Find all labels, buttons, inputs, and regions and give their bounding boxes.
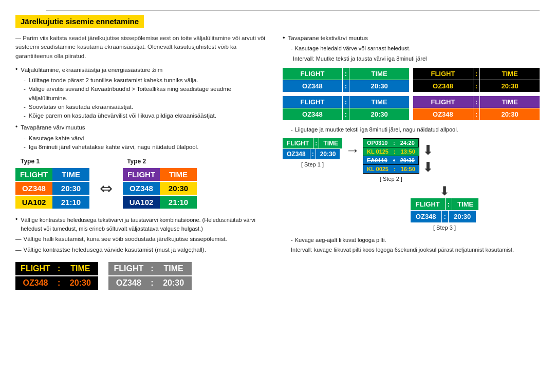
bottom-board-1: FLIGHT : TIME OZ348 : 20:30 <box>15 262 98 290</box>
bottom-boards: FLIGHT : TIME OZ348 : 20:30 FLIGHT : <box>15 262 267 290</box>
step1-container: FLIGHT : TIME OZ348 : 20:30 [ Step 1 ] <box>283 138 342 167</box>
rb2-oz348: OZ348 <box>413 80 473 92</box>
rb4-row2: OZ348 : 20:30 <box>413 108 540 120</box>
sub-item-1-2: Valige arvutis suvandid Kuvaatribuudid >… <box>24 85 267 103</box>
step1-colon2: : <box>310 149 316 159</box>
step3-colon1: : <box>446 198 452 210</box>
warning-text-1: Vältige kontrastse heledusega tekstivärv… <box>21 216 267 233</box>
left-column: — Parim viis kaitsta seadet järelkujutis… <box>15 34 267 290</box>
bottom2-flight: FLIGHT <box>108 262 149 275</box>
rb2-row1: FLIGHT : TIME <box>413 68 540 80</box>
bullet-icon-2: • <box>15 123 17 132</box>
right-board-1: FLIGHT : TIME OZ348 : 20:30 <box>283 68 409 92</box>
rb4-2030: 20:30 <box>480 108 540 120</box>
page-container: Järelkujutie sisemie ennetamine — Parim … <box>0 0 555 300</box>
double-arrow-icon: ⇔ <box>100 179 113 197</box>
bullet-2-sublist: Kasutage kahte värvi Iga 8minuti järel v… <box>24 134 267 152</box>
rb4-colon2: : <box>473 108 479 120</box>
final-note-detail: Intervall: kuvage liikuvat pilti koos lo… <box>291 246 540 254</box>
step2-double-arrows: ⬇ ⬇ <box>422 138 434 175</box>
bottom2-oz348: OZ348 <box>108 276 149 290</box>
type2-board: FLIGHT TIME OZ348 20:30 UA102 21:10 <box>123 168 197 209</box>
step2-scroll-row1: OP0310 : 24:20 <box>363 139 419 147</box>
step2-label: [ Step 2 ] <box>380 176 402 182</box>
rb2-2030: 20:30 <box>480 80 540 92</box>
rb1-time: TIME <box>349 68 409 80</box>
bottom1-row1: FLIGHT : TIME <box>15 262 98 275</box>
sub-item-1-1: Lülitage toode pärast 2 tunnilise kasuta… <box>24 76 267 85</box>
step1-row1: FLIGHT : TIME <box>283 138 342 148</box>
right-board-2: FLIGHT : TIME OZ348 : 20:30 <box>413 68 540 92</box>
step2-to-step3-arrow: ⬇ <box>439 184 450 198</box>
rb1-2030: 20:30 <box>349 80 409 92</box>
sub-item-1-3: Soovitatav on kasutada ekraanisäästjat. <box>24 103 267 111</box>
type1-oz348-cell: OZ348 <box>15 182 52 195</box>
rb1-flight: FLIGHT <box>283 68 342 80</box>
step1-oz348: OZ348 <box>283 149 310 159</box>
rb3-2030: 20:30 <box>349 108 409 120</box>
rb3-colon2: : <box>343 108 349 120</box>
rb3-flight: FLIGHT <box>283 96 342 108</box>
bullet-icon-1: • <box>15 66 17 74</box>
step3-row1: FLIGHT : TIME <box>411 198 478 210</box>
right-bullet-1: • Tavapärane tekstivärvi muutus <box>283 34 540 43</box>
rb2-colon2: : <box>473 80 479 92</box>
step1-flight: FLIGHT <box>283 138 313 148</box>
rb4-time: TIME <box>480 96 540 108</box>
type1-row3: UA102 21:10 <box>15 196 89 209</box>
rb4-row1: FLIGHT : TIME <box>413 96 540 108</box>
rb2-row2: OZ348 : 20:30 <box>413 80 540 92</box>
bullet-item-2: • Tavapärane värvimuutus <box>15 123 267 132</box>
step2-scroll-row3: EA0110 : 20:30 <box>363 156 419 164</box>
type1-time-cell: TIME <box>52 168 89 181</box>
bottom2-colon1: : <box>149 262 155 275</box>
rb4-oz348: OZ348 <box>413 108 473 120</box>
final-note-prefix: - Kuvage aeg-ajalt liikuvat logoga pilti… <box>291 236 540 245</box>
steps-row: FLIGHT : TIME OZ348 : 20:30 [ Step 1 ] → <box>283 138 540 182</box>
step3-board: FLIGHT : TIME OZ348 : 20:30 <box>411 198 478 222</box>
warning-1: • Vältige kontrastse heledusega tekstivä… <box>15 216 267 233</box>
right-boards-grid: FLIGHT : TIME OZ348 : 20:30 FLIGHT : <box>283 68 540 120</box>
type2-row2: OZ348 20:30 <box>123 182 197 195</box>
rb1-row2: OZ348 : 20:30 <box>283 80 409 92</box>
bullet-text-1: Väljalülitamine, ekraanisäästja ja energ… <box>21 66 162 74</box>
type-labels: Type 1 Type 2 <box>15 158 267 165</box>
bottom1-time: TIME <box>62 262 98 275</box>
rb3-row1: FLIGHT : TIME <box>283 96 409 108</box>
rb2-time: TIME <box>480 68 540 80</box>
rb1-row1: FLIGHT : TIME <box>283 68 409 80</box>
step3-time: TIME <box>452 198 478 210</box>
step-note: - Liigutage ja muutke teksti iga 8minuti… <box>291 125 540 134</box>
section-header: Järelkujutie sisemie ennetamine <box>15 15 144 28</box>
type2-ua102-cell: UA102 <box>123 196 160 209</box>
type-boards-container: FLIGHT TIME OZ348 20:30 UA102 21:10 ⇔ <box>15 168 267 209</box>
step3-container: ⬇ FLIGHT : TIME OZ348 : 20:30 [ Step 3 ] <box>349 184 540 231</box>
bottom1-2030: 20:30 <box>62 276 98 290</box>
step3-colon2: : <box>442 211 448 222</box>
bottom1-row2: OZ348 : 20:30 <box>15 276 98 290</box>
type1-label: Type 1 <box>21 158 40 165</box>
sub-item-1-4: Kõige parem on kasutada ühevärvilist või… <box>24 111 267 120</box>
bottom-board-2: FLIGHT : TIME OZ348 : 20:30 <box>108 262 191 290</box>
right-board-3: FLIGHT : TIME OZ348 : 20:30 <box>283 96 409 120</box>
type2-flight-cell: FLIGHT <box>123 168 160 181</box>
type2-row3: UA102 21:10 <box>123 196 197 209</box>
type1-ua102-cell: UA102 <box>15 196 52 209</box>
rb1-colon1: : <box>343 68 349 80</box>
rb3-oz348: OZ348 <box>283 108 342 120</box>
bullet-1-sublist: Lülitage toode pärast 2 tunnilise kasuta… <box>24 76 267 120</box>
step1-row2: OZ348 : 20:30 <box>283 149 342 159</box>
type2-oz348-cell: OZ348 <box>123 182 160 195</box>
bottom1-colon1: : <box>55 262 62 275</box>
rb2-colon1: : <box>473 68 479 80</box>
warning-3: Vältige kontrastse heledusega värvide ka… <box>15 246 267 254</box>
step3-label: [ Step 3 ] <box>433 225 456 231</box>
rb3-time: TIME <box>349 96 409 108</box>
bottom2-row2: OZ348 : 20:30 <box>108 276 191 290</box>
bottom2-2030: 20:30 <box>156 276 192 290</box>
bottom2-row1: FLIGHT : TIME <box>108 262 191 275</box>
right-sub-note-1: - Kasutage heledaid värve või sarnast he… <box>291 44 540 53</box>
right-column: • Tavapärane tekstivärvi muutus - Kasuta… <box>283 34 540 290</box>
rb4-flight: FLIGHT <box>413 96 473 108</box>
bullet-text-2: Tavapärane värvimuutus <box>21 123 85 132</box>
